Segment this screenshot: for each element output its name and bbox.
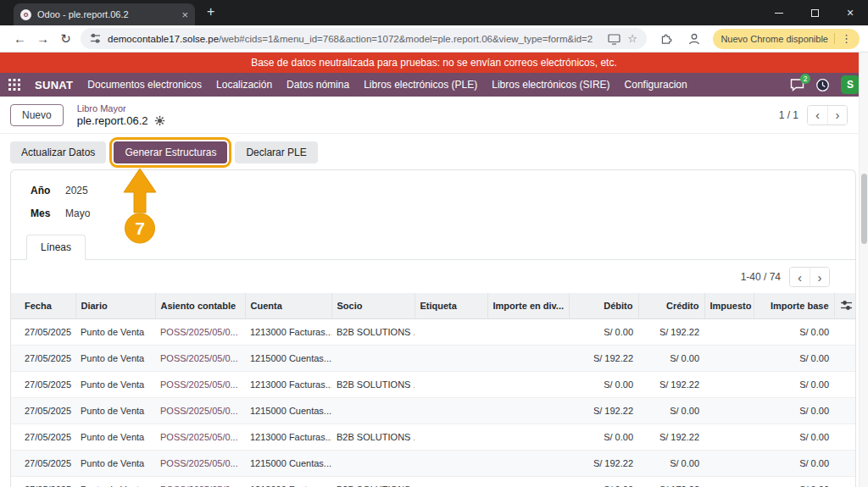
- tab-lineas[interactable]: Líneas: [26, 235, 86, 260]
- col-header-socio[interactable]: Socio: [331, 293, 415, 319]
- page-scrollbar[interactable]: [859, 53, 868, 487]
- col-header-debito[interactable]: Débito: [569, 293, 638, 319]
- col-header-credito[interactable]: Crédito: [638, 293, 704, 319]
- col-header-asiento[interactable]: Asiento contable: [155, 293, 245, 319]
- cell-spacer: [834, 398, 856, 424]
- cell-etiqueta: [415, 398, 487, 424]
- user-avatar[interactable]: S: [841, 75, 860, 94]
- url-domain: democontable17.solse.pe: [108, 34, 219, 44]
- col-header-importe-divisa[interactable]: Importe en div...: [487, 293, 569, 319]
- nav-item-configuracion[interactable]: Configuracion: [625, 79, 687, 91]
- generar-estructuras-button[interactable]: Generar Estructuras: [114, 141, 227, 163]
- cell-importe_div: [487, 451, 569, 477]
- col-header-etiqueta[interactable]: Etiqueta: [415, 293, 487, 319]
- cell-diario: Punto de Venta: [75, 477, 155, 487]
- optional-columns-icon[interactable]: [834, 293, 856, 319]
- window-minimize-button[interactable]: [761, 0, 797, 25]
- cell-etiqueta: [415, 424, 487, 451]
- apps-grid-icon[interactable]: [8, 79, 20, 91]
- window-close-button[interactable]: ×: [832, 0, 868, 25]
- browser-titlebar: o Odoo - ple.report.06.2 × + ×: [0, 0, 868, 25]
- bookmark-star-icon[interactable]: ☆: [627, 32, 637, 45]
- table-row[interactable]: 27/05/2025Punto de VentaPOSS/2025/05/0..…: [11, 424, 856, 451]
- browser-menu-icon[interactable]: ⋮: [841, 32, 852, 45]
- new-tab-button[interactable]: +: [207, 4, 214, 19]
- col-header-diario[interactable]: Diario: [75, 293, 155, 319]
- profile-icon[interactable]: [687, 32, 701, 46]
- activities-icon[interactable]: [815, 78, 830, 92]
- cell-impuesto: [704, 319, 754, 346]
- cell-importe_div: [487, 319, 569, 346]
- list-pager-next-button[interactable]: ›: [810, 268, 829, 286]
- record-settings-gear-icon[interactable]: [154, 115, 165, 126]
- cell-debito: S/ 0.00: [569, 477, 638, 487]
- table-row[interactable]: 27/05/2025Punto de VentaPOSS/2025/05/0..…: [11, 477, 856, 487]
- form-fields: Año 2025 Mes Mayo: [11, 170, 855, 219]
- odoo-favicon-icon: o: [20, 9, 31, 20]
- messages-icon[interactable]: 2: [790, 78, 804, 91]
- table-row[interactable]: 27/05/2025Punto de VentaPOSS/2025/05/0..…: [11, 398, 856, 424]
- app-brand[interactable]: SUNAT: [35, 79, 73, 91]
- cell-impuesto: [704, 372, 754, 398]
- cell-fecha: 27/05/2025: [11, 451, 75, 477]
- notebook-tabs: Líneas: [11, 234, 855, 260]
- cell-asiento: POSS/2025/05/0...: [155, 451, 245, 477]
- year-field-value[interactable]: 2025: [65, 185, 88, 196]
- form-pager-previous-button[interactable]: ‹: [808, 106, 827, 125]
- nav-item-libros-sire[interactable]: Libros electrónicos (SIRE): [492, 79, 609, 91]
- col-header-impuesto[interactable]: Impuesto: [704, 293, 754, 319]
- forward-icon[interactable]: →: [31, 31, 54, 46]
- month-field-value[interactable]: Mayo: [65, 208, 90, 219]
- list-pager-previous-button[interactable]: ‹: [790, 268, 810, 286]
- address-bar[interactable]: democontable17.solse.pe/web#cids=1&menu_…: [81, 28, 647, 49]
- control-panel: Nuevo Libro Mayor ple.report.06.2 1 / 1 …: [0, 97, 858, 134]
- nav-item-datos-nomina[interactable]: Datos nómina: [287, 79, 349, 91]
- tab-title: Odoo - ple.report.06.2: [37, 9, 175, 19]
- cell-debito: S/ 192.22: [569, 346, 638, 372]
- actualizar-datos-button[interactable]: Actualizar Datos: [10, 141, 106, 163]
- extensions-icon[interactable]: [660, 32, 674, 46]
- tab-close-icon[interactable]: ×: [181, 9, 188, 20]
- window-maximize-button[interactable]: [797, 0, 832, 25]
- table-row[interactable]: 27/05/2025Punto de VentaPOSS/2025/05/0..…: [11, 346, 856, 372]
- table-row[interactable]: 27/05/2025Punto de VentaPOSS/2025/05/0..…: [11, 319, 856, 346]
- cell-credito: S/ 172.22: [638, 477, 704, 487]
- col-header-importe-base[interactable]: Importe base: [754, 293, 834, 319]
- cell-importe_div: [487, 477, 569, 487]
- form-pager-next-button[interactable]: ›: [827, 106, 847, 125]
- cell-diario: Punto de Venta: [75, 424, 155, 451]
- nav-item-libros-ple[interactable]: Libros electrónicos (PLE): [364, 79, 477, 91]
- cell-diario: Punto de Venta: [75, 451, 155, 477]
- cell-impuesto: [704, 477, 754, 487]
- cell-spacer: [834, 451, 856, 477]
- cell-etiqueta: [415, 451, 487, 477]
- new-record-button[interactable]: Nuevo: [10, 104, 64, 126]
- send-to-device-icon[interactable]: [608, 33, 620, 45]
- declarar-ple-button[interactable]: Declarar PLE: [235, 141, 317, 163]
- systray: 2 S: [790, 75, 860, 94]
- browser-toolbar: ← → ↻ democontable17.solse.pe/web#cids=1…: [0, 25, 868, 53]
- chrome-update-chip[interactable]: Nuevo Chrome disponible ⋮: [713, 29, 860, 49]
- window-controls: ×: [761, 0, 868, 25]
- reload-icon[interactable]: ↻: [54, 31, 77, 47]
- table-row[interactable]: 27/05/2025Punto de VentaPOSS/2025/05/0..…: [11, 372, 856, 398]
- cell-socio: B2B SOLUTIONS ...: [331, 372, 415, 398]
- cell-credito: S/ 192.22: [638, 372, 704, 398]
- scrollbar-thumb[interactable]: [861, 174, 867, 244]
- back-icon[interactable]: ←: [8, 31, 31, 46]
- nav-item-documentos-electronicos[interactable]: Documentos electronicos: [87, 79, 202, 91]
- browser-tab[interactable]: o Odoo - ple.report.06.2 ×: [14, 3, 195, 25]
- col-header-cuenta[interactable]: Cuenta: [245, 293, 331, 319]
- cell-cuenta: 1215000 Cuentas...: [245, 346, 331, 372]
- cell-socio: B2B SOLUTIONS ...: [331, 319, 415, 346]
- breadcrumb-parent-link[interactable]: Libro Mayor: [77, 103, 165, 113]
- nav-item-localizacion[interactable]: Localización: [216, 79, 272, 91]
- cell-spacer: [834, 477, 856, 487]
- col-header-fecha[interactable]: Fecha: [11, 293, 75, 319]
- cell-socio: [331, 398, 415, 424]
- cell-asiento: POSS/2025/05/0...: [155, 398, 245, 424]
- site-info-icon[interactable]: [90, 33, 101, 44]
- cell-importe_base: S/ 0.00: [754, 346, 834, 372]
- table-row[interactable]: 27/05/2025Punto de VentaPOSS/2025/05/0..…: [11, 451, 856, 477]
- cell-debito: S/ 0.00: [569, 372, 638, 398]
